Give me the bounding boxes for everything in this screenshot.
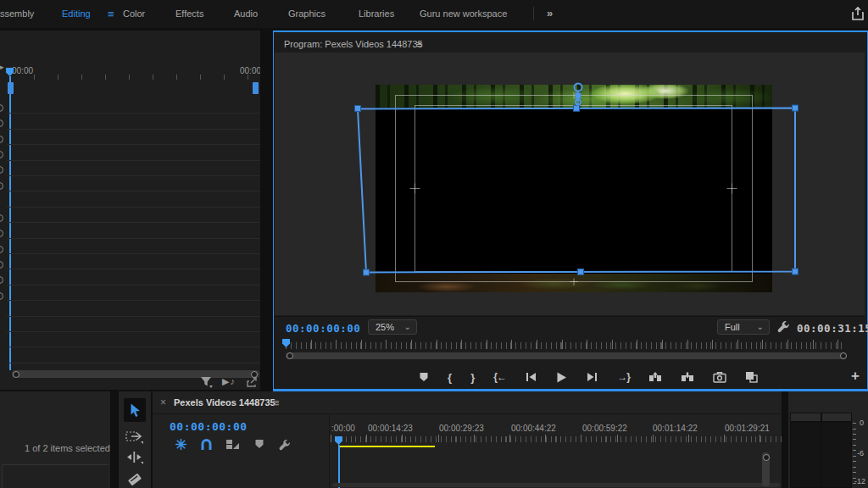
ec-stopwatch-icon[interactable] [0, 276, 3, 284]
step-forward-button[interactable] [587, 371, 598, 383]
timeline-header-divider [329, 414, 330, 488]
selection-tool-icon [130, 403, 141, 418]
handle-top-center [574, 105, 580, 111]
timeline-current-timecode[interactable]: 00:00:00:00 [170, 420, 248, 433]
play-audio-icon[interactable]: ▶♪ [222, 376, 236, 387]
ec-stopwatch-icon[interactable] [0, 104, 3, 112]
timeline-tab-close-icon[interactable]: × [160, 396, 166, 408]
tab-assembly[interactable]: ssembly [0, 8, 34, 19]
ripple-edit-tool-button[interactable] [125, 451, 144, 464]
ec-stopwatch-icon[interactable] [0, 246, 3, 253]
timeline-settings-wrench-icon[interactable] [278, 438, 292, 452]
timeline-panel-menu-icon[interactable]: ≡ [273, 396, 280, 409]
ec-stopwatch-icon[interactable] [0, 230, 3, 237]
tab-libraries[interactable]: Libraries [359, 8, 394, 19]
transport-controls: { } {← →} [419, 368, 758, 386]
effect-controls-panel: 00:00 00:00 ▸ ▶♪ [0, 30, 260, 390]
project-status-text: 1 of 2 items selected [25, 443, 110, 453]
chevron-down-icon: ⌄ [757, 324, 764, 330]
program-zoom-select[interactable]: 25% ⌄ [368, 319, 417, 335]
meter-scale-label: -12 [854, 477, 865, 485]
program-settings-wrench-icon[interactable] [776, 319, 791, 334]
program-current-timecode[interactable]: 00:00:00:00 [286, 322, 360, 335]
program-scrollbar[interactable] [286, 352, 847, 359]
ec-stopwatch-icon[interactable] [0, 292, 3, 300]
meter-column-left[interactable] [790, 422, 821, 488]
timeline-tab-title[interactable]: Pexels Videos 1448735 [174, 397, 275, 408]
timeline-add-marker-icon[interactable] [254, 439, 264, 449]
export-icon[interactable] [849, 5, 866, 22]
premiere-app-window: ssembly Editing ≡ Color Effects Audio Gr… [0, 0, 868, 488]
ec-row-expander-icon[interactable]: ▸ [0, 63, 4, 71]
audio-meters-panel: 0 -6 -12 [788, 391, 868, 488]
ruler-label: 00:01:14:22 [653, 424, 698, 433]
tab-guru-new-workspace[interactable]: Guru new workspace [420, 8, 507, 19]
meter-scale-label: 0 [860, 419, 864, 427]
tab-audio[interactable]: Audio [234, 8, 258, 19]
timeline-horizontal-scrollbar[interactable] [332, 483, 780, 487]
program-panel-menu-icon[interactable]: ≡ [416, 38, 423, 51]
linked-selection-icon[interactable] [225, 438, 240, 451]
ec-stopwatch-icon[interactable] [0, 166, 3, 174]
program-controls-divider [275, 316, 865, 317]
nest-toggle-icon[interactable] [175, 438, 187, 451]
tools-panel [119, 391, 151, 488]
razor-tool-button[interactable] [126, 472, 143, 487]
meter-header-left [790, 413, 821, 422]
ec-stopwatch-icon[interactable] [0, 214, 3, 222]
chevron-down-icon: ⌄ [404, 324, 411, 330]
meter-column-right[interactable] [821, 422, 852, 488]
ec-stopwatch-icon[interactable] [0, 119, 3, 127]
program-scrollbar-right-handle[interactable] [840, 352, 847, 359]
ruler-label: :00:00 [331, 424, 355, 433]
ruler-label: 00:00:44:22 [511, 424, 556, 433]
play-button[interactable] [555, 371, 568, 384]
step-back-button[interactable] [525, 371, 537, 383]
mark-out-button[interactable]: } [470, 371, 475, 384]
timeline-vscroll-handle[interactable] [763, 454, 770, 461]
track-select-forward-tool-button[interactable] [125, 430, 144, 444]
ec-navigator-right-handle[interactable] [253, 82, 259, 94]
comparison-view-button[interactable] [745, 371, 758, 383]
ec-ruler-ticks[interactable] [34, 75, 256, 80]
mark-in-button[interactable]: { [448, 371, 452, 384]
ec-ruler-start-label: 00:00 [12, 66, 33, 75]
add-marker-button[interactable] [419, 372, 429, 382]
anchor-handle[interactable] [575, 84, 582, 106]
ec-navigator-left-handle[interactable] [8, 82, 14, 94]
safe-margins [396, 92, 753, 286]
filter-properties-icon[interactable] [200, 376, 214, 389]
go-to-out-button[interactable]: →} [617, 371, 630, 383]
ec-scrollbar-left-handle[interactable] [13, 371, 19, 378]
transform-overlay[interactable] [275, 53, 865, 315]
meter-scale-ticks [853, 423, 856, 484]
tab-editing[interactable]: Editing [62, 8, 91, 19]
meter-scale-label: -6 [857, 449, 864, 458]
program-resolution-select[interactable]: Full ⌄ [717, 319, 770, 335]
workspace-menu-icon[interactable]: ≡ [108, 8, 114, 20]
handle-bottom-center [578, 269, 584, 274]
ruler-ticks-major [331, 435, 782, 442]
extract-button[interactable] [681, 371, 694, 383]
ec-stopwatch-icon[interactable] [0, 182, 3, 190]
tab-color[interactable]: Color [123, 8, 145, 19]
snap-magnet-icon[interactable] [200, 438, 213, 451]
timeline-tab-divider [153, 413, 782, 414]
tab-overflow-chevron-icon[interactable]: » [547, 7, 553, 19]
go-to-in-button[interactable]: {← [493, 371, 506, 383]
timeline-ruler[interactable]: :00:00 00:00:14:23 00:00:29:23 00:00:44:… [331, 424, 782, 447]
project-list-area[interactable] [2, 464, 108, 488]
panel-grip-icon[interactable] [246, 376, 259, 388]
ec-stopwatch-icon[interactable] [0, 136, 3, 143]
meter-header-right [821, 413, 852, 422]
program-scrollbar-left-handle[interactable] [287, 352, 293, 359]
selection-tool-button[interactable] [124, 398, 146, 422]
export-frame-button[interactable] [713, 371, 726, 383]
button-editor-plus-button[interactable]: + [851, 368, 860, 385]
ec-stopwatch-icon[interactable] [0, 151, 3, 158]
lift-button[interactable] [648, 371, 662, 383]
tab-graphics[interactable]: Graphics [288, 8, 326, 19]
ec-stopwatch-icon[interactable] [0, 261, 3, 269]
handle-bottom-right [793, 269, 798, 274]
tab-effects[interactable]: Effects [175, 8, 203, 19]
